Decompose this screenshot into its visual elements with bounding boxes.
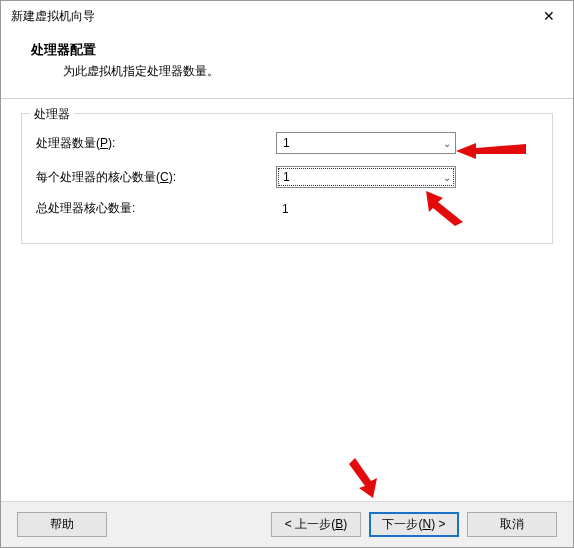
svg-marker-2 xyxy=(349,458,377,498)
total-cores-row: 总处理器核心数量: 1 xyxy=(36,200,538,217)
wizard-footer: 帮助 < 上一步(B) 下一步(N) > 取消 xyxy=(1,501,573,547)
back-button[interactable]: < 上一步(B) xyxy=(271,512,361,537)
annotation-arrow-3 xyxy=(343,456,388,501)
processor-count-label: 处理器数量(P): xyxy=(36,135,276,152)
processor-groupbox: 处理器 处理器数量(P): 1 ⌄ 每个处理器的核心数量(C): 1 ⌄ 总处理… xyxy=(21,113,553,244)
content-area: 处理器 处理器数量(P): 1 ⌄ 每个处理器的核心数量(C): 1 ⌄ 总处理… xyxy=(1,99,573,264)
cores-per-processor-row: 每个处理器的核心数量(C): 1 ⌄ xyxy=(36,166,538,188)
next-button[interactable]: 下一步(N) > xyxy=(369,512,459,537)
total-cores-label: 总处理器核心数量: xyxy=(36,200,276,217)
total-cores-value: 1 xyxy=(276,202,289,216)
header-subtitle: 为此虚拟机指定处理器数量。 xyxy=(63,63,557,80)
header-title: 处理器配置 xyxy=(31,41,557,59)
chevron-down-icon: ⌄ xyxy=(443,172,451,183)
cores-per-processor-value: 1 xyxy=(283,170,290,184)
groupbox-legend: 处理器 xyxy=(30,106,74,123)
cores-per-processor-label: 每个处理器的核心数量(C): xyxy=(36,169,276,186)
processor-count-value: 1 xyxy=(283,136,290,150)
processor-count-row: 处理器数量(P): 1 ⌄ xyxy=(36,132,538,154)
processor-count-dropdown[interactable]: 1 ⌄ xyxy=(276,132,456,154)
close-button[interactable]: ✕ xyxy=(529,2,569,30)
titlebar: 新建虚拟机向导 ✕ xyxy=(1,1,573,31)
cancel-button[interactable]: 取消 xyxy=(467,512,557,537)
close-icon: ✕ xyxy=(543,8,555,24)
window-title: 新建虚拟机向导 xyxy=(11,8,95,25)
chevron-down-icon: ⌄ xyxy=(443,138,451,149)
help-button[interactable]: 帮助 xyxy=(17,512,107,537)
cores-per-processor-dropdown[interactable]: 1 ⌄ xyxy=(276,166,456,188)
wizard-header: 处理器配置 为此虚拟机指定处理器数量。 xyxy=(1,31,573,98)
